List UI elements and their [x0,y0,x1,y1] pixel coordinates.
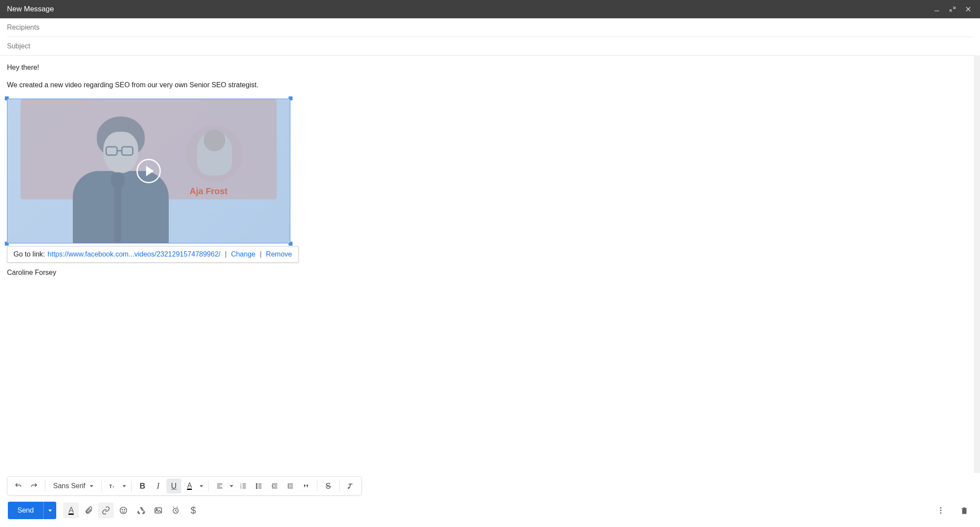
formatting-toolbar: Sans Serif TT B I U A 123 S [7,476,362,496]
svg-point-11 [124,510,125,510]
subject-field[interactable]: Subject [7,37,973,56]
remove-formatting-icon[interactable] [343,479,358,493]
popout-icon[interactable] [948,4,957,14]
svg-point-13 [157,509,158,510]
toolbar-separator [317,481,317,491]
window-title: New Message [7,5,926,14]
right-actions [933,503,972,518]
text-color-icon[interactable]: A [182,479,197,493]
svg-point-8 [256,487,257,488]
svg-point-17 [940,512,941,513]
font-size-more[interactable] [121,479,128,493]
bottom-icons: A $ [63,503,201,518]
svg-point-6 [256,483,257,484]
numbered-list-icon[interactable]: 123 [236,479,251,493]
bulleted-list-icon[interactable] [252,479,266,493]
svg-rect-0 [935,10,939,11]
toolbar-separator [339,481,340,491]
link-popup-prefix: Go to link: [14,250,45,258]
video-thumbnail[interactable]: Aja Frost [7,99,290,243]
font-family-select[interactable]: Sans Serif [49,479,98,493]
align-more[interactable] [228,479,235,493]
svg-point-7 [256,486,257,486]
send-options-button[interactable] [43,502,56,519]
thumbnail-background [20,99,277,199]
font-size-icon[interactable]: TT [105,479,120,493]
recipients-field[interactable]: Recipients [7,18,973,37]
undo-icon[interactable] [11,479,26,493]
confidential-mode-icon[interactable] [168,503,184,518]
indent-more-icon[interactable] [283,479,298,493]
message-body[interactable]: Hey there! We created a new video regard… [0,55,980,473]
drive-icon[interactable] [133,503,149,518]
strikethrough-icon[interactable]: S [321,479,336,493]
toolbar-separator [101,481,102,491]
more-options-icon[interactable] [933,503,949,518]
font-family-label: Sans Serif [53,482,85,490]
italic-icon[interactable]: I [151,479,166,493]
close-icon[interactable] [963,4,973,14]
formatting-toggle-icon[interactable]: A [63,503,79,518]
compose-header: New Message [0,0,980,18]
link-popup: Go to link: https://www.facebook.com...v… [7,246,299,263]
svg-text:3: 3 [240,487,242,489]
align-icon[interactable] [212,479,227,493]
emoji-icon[interactable] [116,503,131,518]
bottom-bar: Send A $ [0,496,980,527]
separator: | [225,250,227,258]
chevron-down-icon [90,485,93,487]
toolbar-separator [45,481,45,491]
toolbar-separator [208,481,209,491]
signature-line: Caroline Forsey [7,269,967,277]
compose-window: New Message Recipients Subject Hey there… [0,0,980,527]
send-button[interactable]: Send [8,502,43,519]
thumbnail-avatar [186,125,243,182]
underline-icon[interactable]: U [167,479,181,493]
svg-point-10 [122,510,123,510]
insert-link-icon[interactable] [98,503,114,518]
body-line1: We created a new video regarding SEO fro… [7,81,967,89]
play-icon[interactable] [136,159,161,183]
text-color-more[interactable] [198,479,205,493]
svg-text:T: T [109,484,112,489]
thumbnail-person [64,116,177,243]
selected-image-wrapper[interactable]: Aja Frost Go to link: https://www.facebo… [7,99,290,243]
redo-icon[interactable] [27,479,41,493]
svg-point-16 [940,510,941,511]
discard-draft-icon[interactable] [956,503,972,518]
insert-photo-icon[interactable] [150,503,166,518]
separator: | [260,250,262,258]
indent-less-icon[interactable] [267,479,282,493]
link-change-button[interactable]: Change [231,250,255,258]
body-greeting: Hey there! [7,64,967,72]
svg-text:T: T [112,486,114,489]
svg-point-9 [120,507,127,514]
svg-point-15 [940,507,941,509]
attach-icon[interactable] [81,503,96,518]
thumbnail-name-label: Aja Frost [190,186,228,196]
bold-icon[interactable]: B [135,479,150,493]
toolbar-separator [131,481,132,491]
quote-icon[interactable] [299,479,313,493]
money-icon[interactable]: $ [185,503,201,518]
link-remove-button[interactable]: Remove [266,250,292,258]
link-popup-url[interactable]: https://www.facebook.com...videos/232129… [48,250,221,258]
minimize-icon[interactable] [932,4,942,14]
